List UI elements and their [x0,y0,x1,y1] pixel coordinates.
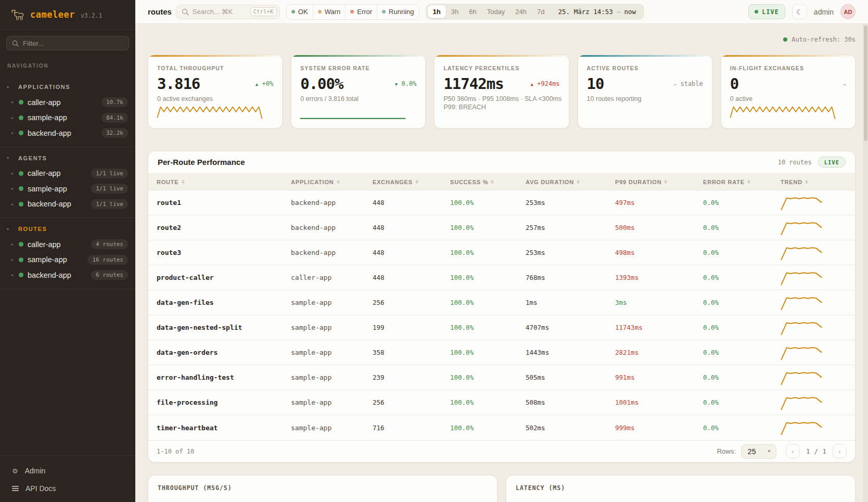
cell-p99-duration: 1393ms [615,274,703,281]
scrollbar-thumb[interactable] [864,25,867,141]
sidebar-filter[interactable] [6,36,129,50]
cell-application: sample-app [291,424,373,432]
sidebar-item-caller-app[interactable]: ▸caller-app1/1 live [0,166,135,182]
column-header-route[interactable]: ROUTE [157,179,291,185]
kpi-delta: ▲ +0% [256,80,273,87]
table-row-data-gen-nested-split[interactable]: data-gen-nested-splitsample-app199100.0%… [148,315,855,340]
sidebar-item-caller-app[interactable]: ▸caller-app10.7k [0,95,135,110]
status-filter-running[interactable]: Running [377,5,418,19]
sort-up-icon [491,180,494,182]
cell-success: 100.0% [450,274,526,281]
cell-trend-sparkline [781,270,855,286]
cell-application: sample-app [291,349,373,356]
status-dot-icon [19,242,23,247]
cell-error-rate: 0.0% [703,249,781,256]
table-row-route3[interactable]: route3backend-app448100.0%253ms498ms0.0% [148,240,855,265]
rows-per-page-select[interactable]: 25 ▼ [741,444,776,459]
kpi-label: LATENCY PERCENTILES [443,65,559,71]
rows-per-page-label: Rows: [717,447,736,455]
rows-per-page-value: 25 [748,447,756,456]
logo: cameleer v3.2.1 [0,0,135,30]
sidebar-item-backend-app[interactable]: ▸backend-app32.2k [0,125,135,141]
prev-page-button[interactable]: ‹ [786,444,800,458]
status-filter-error[interactable]: Error [345,5,377,19]
kpi-value-row: 3.816▲ +0% [157,75,273,93]
cell-application: sample-app [291,398,373,406]
kpi-value: 10 [587,75,604,93]
sidebar-section-header-agents[interactable]: ▾AGENTS [0,151,135,165]
sidebar-footer-api-docs[interactable]: API Docs [0,480,135,497]
table-row-error-handling-test[interactable]: error-handling-testsample-app239100.0%50… [148,365,855,390]
column-header-error-rate[interactable]: ERROR RATE [703,179,781,185]
arrows-both-icon: ⇔ [844,82,846,87]
global-search[interactable]: Search... ⌘K Ctrl+K [176,5,280,19]
status-dot-icon [19,258,23,262]
sort-icon [805,180,808,184]
kpi-card-total-throughput: TOTAL THROUGHPUT3.816▲ +0%0 active excha… [148,55,283,128]
time-range-1h[interactable]: 1h [428,5,446,18]
cell-route: product-caller [157,274,291,281]
search-placeholder: Search... ⌘K [193,8,247,16]
table-row-data-gen-files[interactable]: data-gen-filessample-app256100.0%1ms3ms0… [148,290,855,315]
sidebar-item-name: backend-app [28,129,71,137]
date-range[interactable]: 25. März 14:53—now [550,8,642,16]
sidebar-item-backend-app[interactable]: ▸backend-app1/1 live [0,197,135,212]
sort-icon [182,180,185,184]
status-filter-label: Running [389,8,414,16]
filter-input[interactable] [23,40,123,47]
table-row-file-processing[interactable]: file-processingsample-app256100.0%508ms1… [148,390,855,415]
sidebar-item-sample-app[interactable]: ▸sample-app84.1k [0,110,135,126]
time-range-today[interactable]: Today [482,5,510,18]
time-range-7d[interactable]: 7d [532,5,550,18]
kpi-value-row: 10⇔ stable [587,75,703,93]
cell-success: 100.0% [450,349,526,356]
sort-up-icon [182,180,185,182]
kpi-subtext: P50 360ms · P95 1008ms · SLA <300ms [443,95,559,102]
sidebar-item-caller-app[interactable]: ▸caller-app4 routes [0,237,135,252]
nav-label: NAVIGATION [7,63,128,69]
column-header-avg-duration[interactable]: AVG DURATION [526,179,615,185]
next-page-button[interactable]: › [833,444,847,458]
column-header-exchanges[interactable]: EXCHANGES [373,179,450,185]
dark-mode-toggle[interactable]: ☾ [792,4,807,19]
time-range-3h[interactable]: 3h [446,5,464,18]
sidebar-footer-admin[interactable]: ⚙Admin [0,462,135,480]
kpi-delta-value: stable [676,80,703,87]
table-row-product-caller[interactable]: product-callercaller-app448100.0%768ms13… [148,265,855,290]
sidebar-item-sample-app[interactable]: ▸sample-app1/1 live [0,181,135,197]
column-header-p99-duration[interactable]: P99 DURATION [615,179,703,185]
live-button[interactable]: LIVE [748,4,785,19]
table-row-timer-heartbeat[interactable]: timer-heartbeatsample-app716100.0%502ms9… [148,415,855,440]
column-header-success-[interactable]: SUCCESS % [450,179,526,185]
sort-down-icon [805,182,808,184]
column-header-trend[interactable]: TREND [781,179,855,185]
status-filter-ok[interactable]: OK [287,5,313,19]
avatar[interactable]: AD [840,4,856,19]
cell-route: data-gen-nested-split [157,324,291,331]
sidebar-section-header-routes[interactable]: ▾ROUTES [0,222,135,236]
cell-avg-duration: 1443ms [526,349,615,356]
sort-up-icon [747,180,750,182]
kpi-label: IN-FLIGHT EXCHANGES [730,65,846,71]
table-row-route1[interactable]: route1backend-app448100.0%253ms497ms0.0% [148,190,855,215]
time-range-24h[interactable]: 24h [510,5,532,18]
cell-application: backend-app [291,224,373,231]
status-filter-warn[interactable]: Warn [313,5,346,19]
column-header-label: EXCHANGES [373,179,413,185]
kpi-value-row: 0.00%▼ 0.0% [300,75,416,93]
cell-avg-duration: 502ms [526,424,615,432]
table-row-route2[interactable]: route2backend-app448100.0%257ms500ms0.0% [148,215,855,240]
sidebar-item-backend-app[interactable]: ▸backend-app6 routes [0,267,135,283]
table-row-data-gen-orders[interactable]: data-gen-orderssample-app358100.0%1443ms… [148,340,855,365]
kpi-accent-bar [721,55,855,57]
column-header-application[interactable]: APPLICATION [291,179,373,185]
search-shortcut: Ctrl+K [250,7,277,16]
sidebar-item-sample-app[interactable]: ▸sample-app16 routes [0,252,135,268]
time-range-6h[interactable]: 6h [464,5,481,18]
scrollbar[interactable] [863,24,868,502]
status-dot-icon [350,10,354,14]
sort-icon [664,180,667,184]
sidebar-item-badge: 32.2k [101,128,128,138]
column-header-label: SUCCESS % [450,179,488,185]
sidebar-section-header-applications[interactable]: ▾APPLICATIONS [0,80,135,94]
